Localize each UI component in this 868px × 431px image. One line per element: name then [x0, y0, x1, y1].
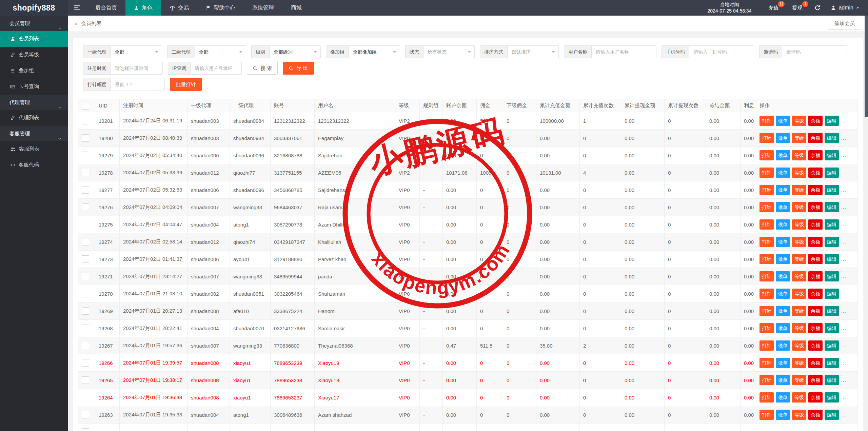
action-button-做单[interactable]: 做单 [776, 150, 790, 160]
more-actions-button[interactable]: … [841, 239, 847, 244]
action-button-余额[interactable]: 余额 [808, 116, 823, 126]
action-button-编辑[interactable]: 编辑 [825, 271, 839, 281]
filter-select-value[interactable]: 全部 [195, 46, 246, 58]
action-button-编辑[interactable]: 编辑 [825, 150, 839, 160]
action-button-余额[interactable]: 余额 [808, 323, 823, 333]
row-checkbox[interactable] [82, 394, 89, 401]
filter-button-搜 索[interactable]: 搜 索 [247, 62, 278, 75]
action-button-余额[interactable]: 余额 [808, 237, 823, 247]
topbar-link-充值[interactable]: 充值 11 [762, 0, 785, 16]
action-button-余额[interactable]: 余额 [808, 375, 823, 385]
action-button-做单[interactable]: 做单 [776, 219, 790, 230]
action-button-余额[interactable]: 余额 [808, 254, 823, 264]
action-button-打针[interactable]: 打针 [760, 219, 774, 230]
action-button-打针[interactable]: 打针 [760, 375, 774, 385]
action-button-做单[interactable]: 做单 [776, 340, 790, 351]
action-button-做单[interactable]: 做单 [776, 271, 790, 281]
action-button-打针[interactable]: 打针 [760, 168, 774, 178]
more-actions-button[interactable]: … [841, 187, 847, 193]
action-button-打针[interactable]: 打针 [760, 202, 774, 212]
row-checkbox[interactable] [82, 307, 89, 315]
action-button-做单[interactable]: 做单 [776, 254, 790, 264]
action-button-打针[interactable]: 打针 [760, 116, 774, 126]
row-checkbox[interactable] [82, 203, 89, 211]
action-button-编辑[interactable]: 编辑 [825, 116, 839, 126]
action-button-等级[interactable]: 等级 [792, 323, 806, 333]
action-button-打针[interactable]: 打针 [760, 410, 774, 420]
select-all-checkbox[interactable] [82, 102, 89, 110]
action-button-等级[interactable]: 等级 [792, 306, 806, 316]
sidebar-group-会员管理[interactable]: 会员管理 [0, 16, 68, 31]
action-button-做单[interactable]: 做单 [776, 237, 790, 247]
more-actions-button[interactable]: … [841, 221, 847, 227]
nav-item-系统管理[interactable]: 系统管理 [244, 0, 282, 16]
action-button-打针[interactable]: 打针 [760, 289, 774, 299]
more-actions-button[interactable]: … [841, 256, 847, 262]
filter-select-value[interactable]: 全部叠加组 [349, 46, 400, 58]
more-actions-button[interactable]: … [841, 204, 847, 210]
action-button-编辑[interactable]: 编辑 [825, 375, 839, 385]
refresh-button[interactable] [809, 0, 826, 16]
action-button-打针[interactable]: 打针 [760, 323, 774, 333]
action-button-余额[interactable]: 余额 [808, 306, 823, 316]
filter-button-导 出[interactable]: 导 出 [283, 62, 314, 75]
sidebar-group-代理管理[interactable]: 代理管理 [0, 95, 68, 110]
action-button-做单[interactable]: 做单 [776, 202, 790, 212]
more-actions-button[interactable]: … [841, 360, 847, 366]
action-button-等级[interactable]: 等级 [792, 375, 806, 385]
row-checkbox[interactable] [82, 255, 89, 263]
action-button-打针[interactable]: 打针 [760, 392, 774, 403]
row-checkbox[interactable] [82, 325, 89, 332]
action-button-余额[interactable]: 余额 [808, 202, 823, 212]
row-checkbox[interactable] [82, 273, 89, 280]
action-button-等级[interactable]: 等级 [792, 271, 806, 281]
row-checkbox[interactable] [82, 342, 89, 349]
action-button-打针[interactable]: 打针 [760, 237, 774, 247]
scrollbar-thumb[interactable] [865, 16, 868, 117]
action-button-打针[interactable]: 打针 [760, 185, 774, 195]
more-actions-button[interactable]: … [841, 412, 847, 417]
row-checkbox[interactable] [82, 411, 89, 418]
more-actions-button[interactable]: … [841, 291, 847, 296]
filter-select-value[interactable]: 所有状态 [423, 46, 474, 58]
action-button-编辑[interactable]: 编辑 [825, 219, 839, 230]
action-button-打针[interactable]: 打针 [760, 133, 774, 143]
filter-input-field[interactable] [111, 78, 164, 91]
action-button-编辑[interactable]: 编辑 [825, 323, 839, 333]
action-button-等级[interactable]: 等级 [792, 237, 806, 247]
row-checkbox[interactable] [82, 238, 89, 246]
action-button-等级[interactable]: 等级 [792, 358, 806, 368]
action-button-余额[interactable]: 余额 [808, 271, 823, 281]
action-button-做单[interactable]: 做单 [776, 392, 790, 403]
action-button-编辑[interactable]: 编辑 [825, 168, 839, 178]
action-button-余额[interactable]: 余额 [808, 133, 823, 143]
action-button-编辑[interactable]: 编辑 [825, 133, 839, 143]
action-button-编辑[interactable]: 编辑 [825, 410, 839, 420]
row-checkbox[interactable] [82, 117, 89, 124]
more-actions-button[interactable]: … [841, 342, 847, 348]
action-button-做单[interactable]: 做单 [776, 168, 790, 178]
action-button-余额[interactable]: 余额 [808, 168, 823, 178]
action-button-编辑[interactable]: 编辑 [825, 392, 839, 403]
user-menu[interactable]: admin [826, 5, 868, 11]
action-button-等级[interactable]: 等级 [792, 116, 806, 126]
action-button-打针[interactable]: 打针 [760, 306, 774, 316]
nav-item-商城[interactable]: 商城 [282, 0, 310, 16]
nav-item-角色[interactable]: 角色 [125, 0, 161, 16]
action-button-做单[interactable]: 做单 [776, 323, 790, 333]
sidebar-item-叠加组[interactable]: 叠加组 [0, 63, 68, 79]
action-button-等级[interactable]: 等级 [792, 340, 806, 351]
add-member-button[interactable]: 添加会员 [828, 18, 861, 30]
action-button-余额[interactable]: 余额 [808, 410, 823, 420]
sidebar-toggle-button[interactable] [68, 0, 87, 16]
action-button-编辑[interactable]: 编辑 [825, 237, 839, 247]
sidebar-item-会员等级[interactable]: 会员等级 [0, 47, 68, 63]
action-button-打针[interactable]: 打针 [760, 150, 774, 160]
action-button-打针[interactable]: 打针 [760, 271, 774, 281]
row-checkbox[interactable] [82, 359, 89, 367]
action-button-做单[interactable]: 做单 [776, 289, 790, 299]
action-button-余额[interactable]: 余额 [808, 219, 823, 230]
row-checkbox[interactable] [82, 221, 89, 228]
more-actions-button[interactable]: … [841, 325, 847, 331]
action-button-打针[interactable]: 打针 [760, 358, 774, 368]
